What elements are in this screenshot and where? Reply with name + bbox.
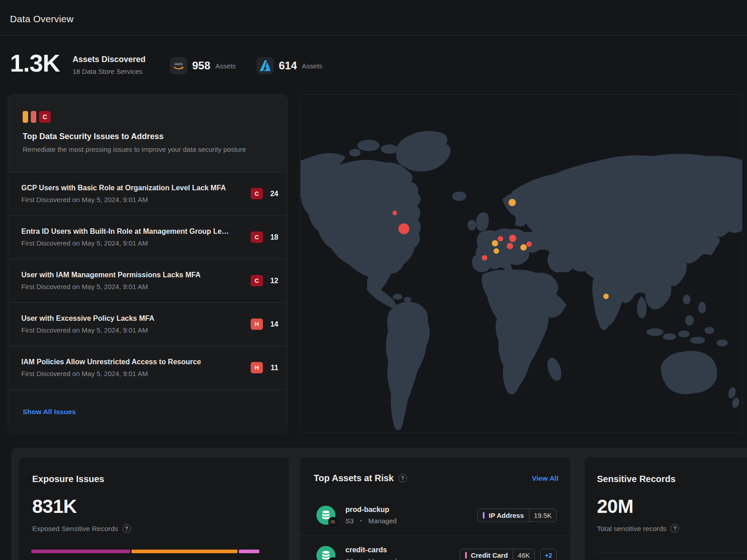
issue-text: User with Excessive Policy Lacks MFAFirs…: [21, 314, 251, 334]
data-class-count: 46K: [513, 549, 534, 560]
azure-icon: [257, 57, 274, 74]
exposure-issues-title: Exposure Issues: [32, 474, 104, 484]
sensitive-records-value: 20M: [597, 496, 633, 517]
data-class-color-bar: [483, 512, 485, 519]
assets-discovered-value: 1.3K: [10, 49, 60, 77]
severity-badge: C: [251, 275, 263, 286]
aws-badge-icon: aws: [328, 517, 338, 526]
map-marker-orange[interactable]: [520, 244, 527, 251]
map-marker-red[interactable]: [507, 243, 513, 249]
azure-assets-count: 614: [279, 59, 297, 72]
aws-assets-count: 958: [192, 59, 210, 72]
map-marker-orange[interactable]: [603, 294, 609, 299]
map-marker-red[interactable]: [398, 223, 409, 234]
map-marker-orange[interactable]: [494, 248, 499, 254]
help-icon[interactable]: ?: [670, 524, 679, 533]
issue-discovered-date: First Discovered on May 5, 2024, 9:01 AM: [21, 239, 244, 247]
azure-assets-unit: Assets: [302, 62, 322, 70]
asset-tags: Credit Card46K+2: [460, 549, 557, 560]
map-marker-orange[interactable]: [492, 240, 498, 246]
asset-tags: IP Address19.5K: [477, 508, 557, 522]
critical-badge-icon: C: [39, 111, 51, 123]
issues-list: GCP Users with Basic Role at Organizatio…: [8, 172, 287, 389]
exposure-issues-label-row: Exposed Sensitive Records ?: [32, 524, 131, 533]
sensitive-records-card: Sensitive Records 20M Total sensitive re…: [585, 457, 747, 560]
severity-badge: H: [251, 319, 263, 330]
map-marker-red[interactable]: [526, 241, 532, 247]
aws-assets-unit: Assets: [215, 62, 236, 70]
help-icon[interactable]: ?: [122, 524, 131, 533]
data-class-count: 19.5K: [529, 509, 556, 521]
issue-count: 24: [263, 190, 278, 198]
issue-discovered-date: First Discovered on May 5, 2024, 9:01 AM: [21, 370, 244, 377]
issue-row[interactable]: IAM Policies Allow Unrestricted Access t…: [8, 346, 287, 389]
more-tags-chip[interactable]: +2: [540, 549, 557, 560]
exposure-issues-value: 831K: [32, 496, 77, 517]
issues-footer: Show All Issues: [8, 389, 287, 434]
issue-text: User with IAM Management Permissions Lac…: [21, 271, 251, 290]
data-store-services-label: 18 Data Store Services: [73, 68, 146, 75]
top-issues-title: Top Data Security Issues to Address: [23, 132, 274, 141]
data-class-color-bar: [465, 552, 467, 559]
data-class-chip[interactable]: Credit Card46K: [460, 549, 535, 560]
svg-text:aws: aws: [331, 520, 335, 522]
bullet-separator-icon: •: [360, 558, 362, 560]
issue-title: GCP Users with Basic Role at Organizatio…: [21, 184, 244, 192]
issue-count: 11: [263, 364, 278, 372]
data-class-label: Credit Card: [460, 551, 513, 559]
world-map-panel: [300, 94, 742, 433]
severity-bar-salmon-icon: [31, 111, 36, 123]
issue-title: IAM Policies Allow Unrestricted Access t…: [21, 358, 244, 366]
asset-row[interactable]: aws credit-cardsS3•ManagedCredit Card46K…: [300, 535, 570, 560]
data-class-chip[interactable]: IP Address19.5K: [477, 508, 557, 522]
issue-title: Entra ID Users with Built-In Role at Man…: [21, 227, 244, 236]
issue-title: User with IAM Management Permissions Lac…: [21, 271, 244, 279]
assets-discovered-label: Assets Discovered: [73, 55, 146, 64]
top-assets-header: Top Assets at Risk ? View All: [300, 457, 570, 483]
issue-count: 18: [263, 233, 278, 241]
severity-badge: H: [251, 362, 263, 373]
exposure-issues-label: Exposed Sensitive Records: [32, 525, 118, 533]
exposure-issues-card: Exposure Issues 831K Exposed Sensitive R…: [19, 457, 289, 560]
show-all-issues-link[interactable]: Show All Issues: [23, 408, 76, 416]
asset-service: S3: [345, 557, 354, 560]
aws-icon: aws: [170, 57, 187, 74]
map-marker-red[interactable]: [482, 255, 487, 261]
asset-service: S3: [345, 517, 354, 525]
aws-assets-stat: aws 958 Assets: [170, 57, 236, 74]
severity-badge: C: [251, 188, 263, 199]
issue-discovered-date: First Discovered on May 5, 2024, 9:01 AM: [21, 283, 244, 290]
issue-count: 14: [263, 320, 278, 328]
issue-discovered-date: First Discovered on May 5, 2024, 9:01 AM: [21, 196, 244, 203]
sensitive-records-title: Sensitive Records: [597, 474, 675, 484]
map-marker-orange[interactable]: [509, 199, 516, 206]
map-markers-layer: [301, 95, 742, 433]
issue-row[interactable]: Entra ID Users with Built-In Role at Man…: [8, 215, 287, 259]
map-marker-red[interactable]: [509, 235, 516, 242]
data-class-label: IP Address: [478, 512, 529, 519]
asset-info: credit-cardsS3•Managed: [345, 546, 460, 560]
issue-discovered-date: First Discovered on May 5, 2024, 9:01 AM: [21, 326, 244, 334]
asset-row[interactable]: aws prod-backupS3•ManagedIP Address19.5K: [300, 495, 570, 535]
sensitive-records-label-row: Total sensitive records ?: [597, 524, 679, 533]
issue-row[interactable]: GCP Users with Basic Role at Organizatio…: [8, 172, 287, 215]
exposure-bar-segment: [239, 550, 259, 553]
sensitive-records-divider: [597, 553, 747, 553]
top-issues-panel: C Top Data Security Issues to Address Re…: [8, 94, 288, 433]
issue-text: GCP Users with Basic Role at Organizatio…: [21, 184, 251, 203]
map-marker-red[interactable]: [498, 236, 503, 241]
assets-discovered-labels: Assets Discovered 18 Data Store Services: [73, 55, 146, 75]
map-marker-red[interactable]: [393, 211, 397, 215]
severity-badge: C: [251, 232, 263, 243]
exposure-bar-segment: [131, 550, 238, 553]
top-issues-header: C Top Data Security Issues to Address Re…: [8, 95, 287, 172]
view-all-link[interactable]: View All: [532, 474, 558, 483]
help-icon[interactable]: ?: [398, 474, 407, 483]
issue-title: User with Excessive Policy Lacks MFA: [21, 314, 244, 323]
top-assets-title: Top Assets at Risk: [314, 473, 394, 483]
exposure-bar-segment: [31, 550, 130, 553]
sensitive-records-label: Total sensitive records: [597, 525, 666, 533]
exposure-distribution-bar: [31, 550, 259, 553]
issue-row[interactable]: User with IAM Management Permissions Lac…: [8, 259, 287, 302]
issue-row[interactable]: User with Excessive Policy Lacks MFAFirs…: [8, 302, 287, 346]
